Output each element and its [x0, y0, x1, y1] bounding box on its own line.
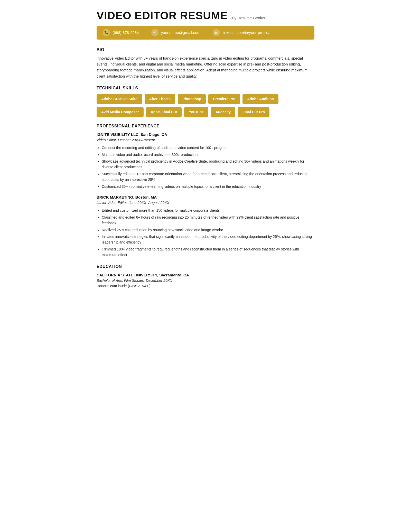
skill-tag: Adobe Creative Suite [97, 94, 142, 104]
job-company: IGNITE VISIBILITY LLC, San Diego, CA [97, 132, 314, 138]
job-bullet: Showcase advanced technical proficiency … [102, 158, 314, 170]
skills-grid: Adobe Creative SuiteAfter EffectsPhotosh… [97, 94, 314, 117]
edu-honors: Honors: cum laude (GPA: 3.7/4.0) [97, 283, 314, 289]
job-bullet: Customized 35+ informative e-learning vi… [102, 184, 314, 189]
jobs-container: IGNITE VISIBILITY LLC, San Diego, CAVide… [97, 132, 314, 258]
job-bullets: Conduct the recording and editing of aud… [97, 145, 314, 189]
skill-tag: After Effects [145, 94, 175, 104]
resume-title: VIDEO EDITOR RESUME [97, 10, 228, 21]
skills-section-title: TECHNICAL SKILLS [97, 85, 314, 91]
skill-tag: FInal Cut Pro [238, 107, 269, 117]
job-company: BRICK MARKETING, Boston, MA [97, 194, 314, 200]
edu-degree: Bachelor of Arts, Film Studies, December… [97, 278, 314, 283]
experience-section: PROFESSIONAL EXPERIENCE IGNITE VISIBILIT… [97, 123, 314, 258]
contact-phone: 📞 (998) 878-2234 [103, 29, 139, 36]
skill-tag: Apple Final Cut [146, 107, 182, 117]
job-title: Video Editor, October 20XX–Present [97, 137, 314, 143]
job-bullet: Maintain video and audio record archive … [102, 152, 314, 157]
bio-text: Innovative Video Editor with 5+ years of… [97, 55, 314, 79]
email-icon: ✉ [151, 29, 158, 36]
skill-tag: Photoshop [178, 94, 206, 104]
job-title: Junior Video Editor, June 20XX–August 20… [97, 200, 314, 206]
skill-tag: Audacity [211, 107, 235, 117]
job-bullet: Realized 25% cost reduction by sourcing … [102, 227, 314, 233]
contact-email: ✉ your.name@gmail.com [151, 29, 201, 36]
phone-icon: 📞 [103, 29, 110, 36]
education-section-title: EDUCATION [97, 264, 314, 270]
bio-section: BIO Innovative Video Editor with 5+ year… [97, 47, 314, 79]
skills-section: TECHNICAL SKILLS Adobe Creative SuiteAft… [97, 85, 314, 117]
phone-text: (998) 878-2234 [113, 30, 139, 36]
resume-subtitle: By Resume Genius [232, 15, 265, 21]
bio-section-title: BIO [97, 47, 314, 53]
linkedin-icon: in [213, 29, 220, 36]
resume-header: VIDEO EDITOR RESUME By Resume Genius [97, 10, 314, 21]
experience-section-title: PROFESSIONAL EXPERIENCE [97, 123, 314, 129]
email-text: your.name@gmail.com [161, 30, 201, 36]
job-bullet: Successfully edited a 10-part corporate … [102, 171, 314, 183]
edu-school: CALIFORNIA STATE UNIVERSITY, Sacramento,… [97, 272, 314, 278]
job-bullets: Edited and customized more than 150 vide… [97, 208, 314, 258]
contact-linkedin: in linkedin.com/in/your-profile/ [213, 29, 269, 36]
skill-tag: Premiere Pro [208, 94, 240, 104]
job-bullet: Edited and customized more than 150 vide… [102, 208, 314, 213]
job-bullet: Trimmed 100+ video fragments to required… [102, 246, 314, 258]
job-bullet: Classified and edited 6+ hours of raw re… [102, 214, 314, 226]
education-entry: CALIFORNIA STATE UNIVERSITY, Sacramento,… [97, 272, 314, 289]
skill-tag: Avid Media Composer [97, 107, 144, 117]
education-section: EDUCATION CALIFORNIA STATE UNIVERSITY, S… [97, 264, 314, 289]
job-entry: IGNITE VISIBILITY LLC, San Diego, CAVide… [97, 132, 314, 189]
skill-tag: Adobe Audition [242, 94, 278, 104]
education-container: CALIFORNIA STATE UNIVERSITY, Sacramento,… [97, 272, 314, 289]
linkedin-text: linkedin.com/in/your-profile/ [222, 30, 269, 36]
job-bullet: Conduct the recording and editing of aud… [102, 145, 314, 151]
contact-bar: 📞 (998) 878-2234 ✉ your.name@gmail.com i… [97, 26, 314, 40]
job-bullet: Initiated innovative strategies that sig… [102, 234, 314, 245]
skill-tag: YouTube [184, 107, 208, 117]
job-entry: BRICK MARKETING, Boston, MAJunior Video … [97, 194, 314, 258]
